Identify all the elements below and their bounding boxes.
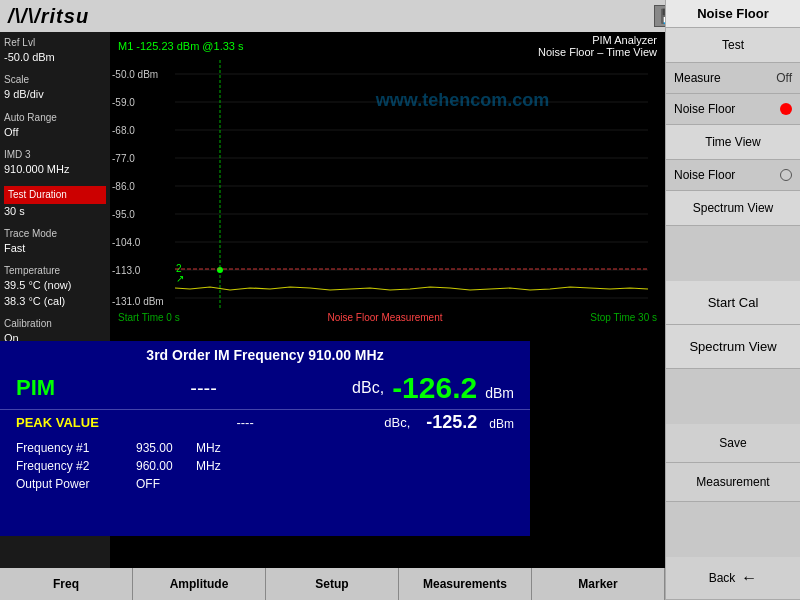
pim-value: -126.2 (392, 371, 477, 405)
freq2-label: Frequency #2 (16, 459, 136, 473)
back-label: Back (709, 571, 736, 585)
trace-mode-label: Trace Mode (4, 227, 106, 241)
calibration-label: Calibration (4, 317, 106, 331)
pim-label: PIM (16, 375, 55, 401)
start-time-label: Start Time 0 s (118, 312, 180, 323)
noise-floor-spectrum-row: Noise Floor (666, 160, 800, 191)
peak-label: PEAK VALUE (16, 415, 106, 430)
graph-svg: -50.0 dBm -59.0 -68.0 -77.0 -86.0 -95.0 … (110, 60, 650, 310)
temperature-item: Temperature 39.5 °C (now) 38.3 °C (cal) (4, 264, 106, 309)
svg-text:-104.0: -104.0 (112, 237, 141, 248)
auto-range-value: Off (4, 125, 106, 140)
peak-dashes: ---- (114, 415, 376, 430)
temperature-now: 39.5 °C (now) (4, 278, 106, 293)
stop-time-label: Stop Time 30 s (590, 312, 657, 323)
freq2-unit: MHz (196, 459, 221, 473)
back-arrow-icon: ← (741, 569, 757, 587)
pim-dbc-unit: dBc, (352, 379, 384, 397)
bottom-tabs: Freq Amplitude Setup Measurements Marker (0, 568, 665, 600)
amplitude-tab[interactable]: Amplitude (133, 568, 266, 600)
peak-row: PEAK VALUE ---- dBc, -125.2 dBm (0, 409, 530, 435)
noise-floor-spectrum-indicator (780, 169, 792, 181)
noise-floor-time-label: Noise Floor (674, 102, 735, 116)
svg-text:-131.0 dBm: -131.0 dBm (112, 296, 164, 307)
measurement-button[interactable]: Measurement (666, 463, 800, 502)
auto-range-label: Auto Range (4, 111, 106, 125)
ref-lvl-label: Ref Lvl (4, 36, 106, 50)
noise-floor-indicator (780, 103, 792, 115)
svg-text:-77.0: -77.0 (112, 153, 135, 164)
anritsu-logo: /\/\/ritsu (8, 5, 89, 28)
graph-footer: Start Time 0 s Noise Floor Measurement S… (110, 310, 665, 325)
freq1-label: Frequency #1 (16, 441, 136, 455)
ref-lvl-item: Ref Lvl -50.0 dBm (4, 36, 106, 65)
analyzer-title: PIM Analyzer (538, 34, 657, 46)
output-row: Output Power OFF (0, 475, 530, 493)
svg-text:-50.0 dBm: -50.0 dBm (112, 69, 158, 80)
start-cal-button[interactable]: Start Cal (666, 281, 800, 325)
freq1-unit: MHz (196, 441, 221, 455)
pim-dbm-unit: dBm (485, 385, 514, 405)
test-duration-item: Test Duration 30 s (4, 186, 106, 219)
peak-dbc-unit: dBc, (384, 415, 410, 430)
freq2-row: Frequency #2 960.00 MHz (0, 457, 530, 475)
peak-value: -125.2 (426, 412, 477, 433)
scale-label: Scale (4, 73, 106, 87)
svg-point-21 (217, 267, 223, 273)
svg-text:-95.0: -95.0 (112, 209, 135, 220)
svg-text:-113.0: -113.0 (112, 265, 141, 276)
save-button[interactable]: Save (666, 424, 800, 463)
back-button[interactable]: Back ← (666, 557, 800, 600)
right-panel: Noise Floor Test Measure Off Noise Floor… (665, 0, 800, 600)
freq-tab[interactable]: Freq (0, 568, 133, 600)
pim-row: PIM ---- dBc, -126.2 dBm (0, 367, 530, 409)
temperature-label: Temperature (4, 264, 106, 278)
svg-text:-86.0: -86.0 (112, 181, 135, 192)
svg-text:-59.0: -59.0 (112, 97, 135, 108)
scale-item: Scale 9 dB/div (4, 73, 106, 102)
setup-tab[interactable]: Setup (266, 568, 399, 600)
measure-row: Measure Off (666, 63, 800, 94)
temperature-cal: 38.3 °C (cal) (4, 294, 106, 309)
svg-text:↗: ↗ (176, 273, 184, 284)
imd3-item: IMD 3 910.000 MHz (4, 148, 106, 177)
measurements-tab[interactable]: Measurements (399, 568, 532, 600)
imd3-label: IMD 3 (4, 148, 106, 162)
ref-lvl-value: -50.0 dBm (4, 50, 106, 65)
output-value: OFF (136, 477, 196, 491)
measure-label: Measure (674, 71, 772, 85)
graph-title-bar: M1 -125.23 dBm @1.33 s PIM Analyzer Nois… (110, 32, 665, 60)
noise-floor-time-row: Noise Floor (666, 94, 800, 125)
trace-mode-value: Fast (4, 241, 106, 256)
graph-canvas: www.tehencom.com -50.0 dBm -59.0 -68.0 -… (110, 60, 665, 310)
freq1-value: 935.00 (136, 441, 196, 455)
noise-floor-spectrum-label: Noise Floor (674, 168, 735, 182)
output-label: Output Power (16, 477, 136, 491)
imd3-value: 910.000 MHz (4, 162, 106, 177)
data-panel: 3rd Order IM Frequency 910.00 MHz PIM --… (0, 341, 530, 536)
peak-dbm-unit: dBm (489, 417, 514, 433)
freq1-row: Frequency #1 935.00 MHz (0, 439, 530, 457)
spectrum-view-button2[interactable]: Spectrum View (666, 325, 800, 369)
noise-floor-header: Noise Floor (666, 0, 800, 28)
svg-text:-68.0: -68.0 (112, 125, 135, 136)
main-area: Ref Lvl -50.0 dBm Scale 9 dB/div Auto Ra… (0, 32, 665, 568)
noise-floor-measurement-label: Noise Floor Measurement (180, 312, 591, 323)
trace-mode-item: Trace Mode Fast (4, 227, 106, 256)
data-panel-title: 3rd Order IM Frequency 910.00 MHz (0, 341, 530, 367)
scale-value: 9 dB/div (4, 87, 106, 102)
measure-value: Off (776, 71, 792, 85)
auto-range-item: Auto Range Off (4, 111, 106, 140)
time-view-button[interactable]: Time View (666, 125, 800, 160)
graph-subtitle: Noise Floor – Time View (538, 46, 657, 58)
freq2-value: 960.00 (136, 459, 196, 473)
test-duration-label: Test Duration (4, 186, 106, 204)
pim-dashes: ---- (63, 377, 344, 400)
test-button[interactable]: Test (666, 28, 800, 63)
spectrum-view-button[interactable]: Spectrum View (666, 191, 800, 226)
test-duration-value: 30 s (4, 204, 106, 219)
m1-label: M1 -125.23 dBm @1.33 s (118, 40, 244, 52)
marker-tab[interactable]: Marker (532, 568, 665, 600)
